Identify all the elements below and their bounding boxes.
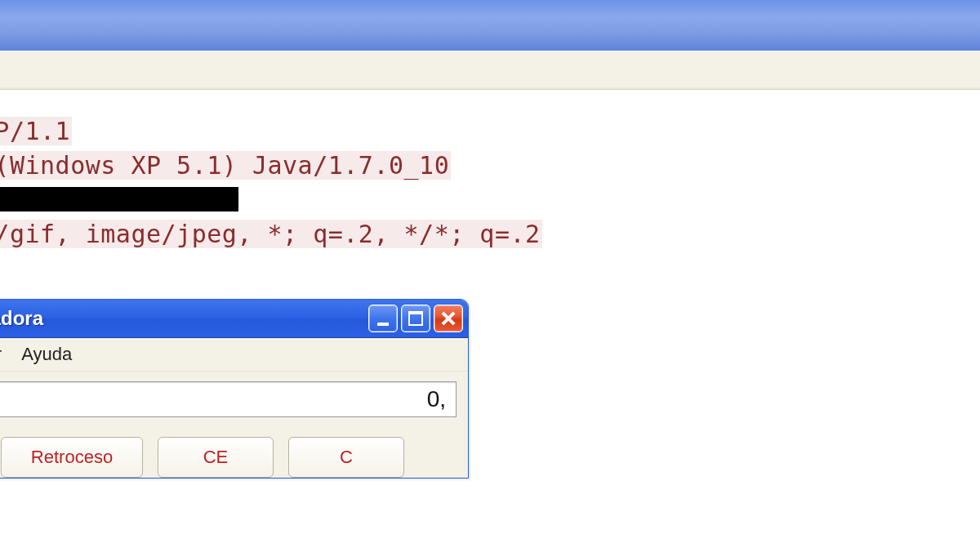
- calculator-top-button-row: Retroceso CE C: [0, 425, 468, 478]
- menu-item-help[interactable]: Ayuda: [21, 344, 72, 365]
- redacted-host-bar: [0, 187, 238, 211]
- http-line-1: ke HTTP/1.1: [0, 117, 72, 145]
- clear-entry-button[interactable]: CE: [158, 437, 274, 478]
- clear-button[interactable]: C: [288, 437, 404, 478]
- http-line-2: a/4.0 (Windows XP 5.1) Java/1.7.0_10: [0, 151, 451, 180]
- calculator-window: alculadora n Ver Ayuda 0, Retroceso CE C: [0, 299, 469, 479]
- maximize-icon: [408, 311, 423, 326]
- background-window-titlebar: [0, 0, 980, 51]
- http-line-4: image/gif, image/jpeg, *; q=.2, */*; q=.…: [0, 220, 542, 248]
- backspace-button[interactable]: Retroceso: [1, 437, 143, 478]
- minimize-icon: [377, 323, 389, 326]
- calculator-title: alculadora: [0, 307, 43, 330]
- menu-item-view[interactable]: Ver: [0, 344, 2, 365]
- background-window-toolbar: [0, 51, 980, 90]
- maximize-button[interactable]: [401, 305, 430, 332]
- calculator-menubar: n Ver Ayuda: [0, 338, 468, 372]
- minimize-button[interactable]: [368, 305, 398, 332]
- calculator-display-row: 0,: [0, 372, 468, 425]
- calculator-display: 0,: [0, 381, 457, 417]
- calculator-display-value: 0,: [427, 386, 446, 412]
- close-button[interactable]: [434, 305, 463, 332]
- calculator-titlebar[interactable]: alculadora: [0, 300, 468, 338]
